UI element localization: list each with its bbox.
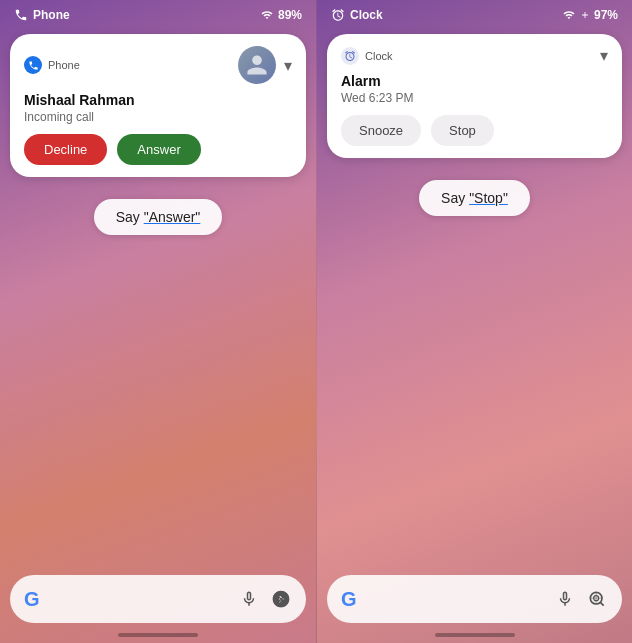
phone-status-icon	[14, 8, 28, 22]
alarm-actions: Snooze Stop	[341, 115, 608, 146]
decline-button[interactable]: Decline	[24, 134, 107, 165]
avatar-placeholder	[238, 46, 276, 84]
lens-icon-left[interactable]	[270, 588, 292, 610]
call-actions: Decline Answer	[24, 134, 292, 165]
caller-name: Mishaal Rahman	[24, 92, 292, 108]
clock-app-name: Clock	[350, 8, 383, 22]
voice-prompt-stop: Say "Stop"	[419, 180, 530, 216]
notif-header-right: ▾	[238, 46, 292, 84]
alarm-notif-header: Clock ▾	[341, 46, 608, 65]
stop-button[interactable]: Stop	[431, 115, 494, 146]
clock-search-bar[interactable]: G	[327, 575, 622, 623]
phone-app-name: Phone	[33, 8, 70, 22]
clock-screen: Clock 97% Clock ▾	[316, 0, 632, 643]
mic-icon-left[interactable]	[238, 588, 260, 610]
svg-line-4	[600, 602, 603, 605]
alarm-chevron-down-icon[interactable]: ▾	[600, 46, 608, 65]
phone-app-icon	[24, 56, 42, 74]
alarm-notif-app-name: Clock	[365, 50, 393, 62]
caller-avatar	[238, 46, 276, 84]
phone-status-bar: Phone 89%	[0, 0, 316, 28]
clock-status-bar: Clock 97%	[317, 0, 632, 28]
lens-icon-right[interactable]	[586, 588, 608, 610]
voice-prompt-text: "Answer"	[144, 209, 201, 225]
snooze-button[interactable]: Snooze	[341, 115, 421, 146]
plus-icon	[580, 10, 590, 20]
alarm-notif-header-left: Clock	[341, 47, 393, 65]
alarm-app-icon	[341, 47, 359, 65]
voice-prompt-answer: Say "Answer"	[94, 199, 223, 235]
clock-status-left: Clock	[331, 8, 383, 22]
clock-status-right: 97%	[562, 8, 618, 22]
answer-button[interactable]: Answer	[117, 134, 200, 165]
call-status: Incoming call	[24, 110, 292, 124]
home-indicator-left	[118, 633, 198, 637]
phone-notif-app-name: Phone	[48, 59, 80, 71]
phone-search-bar[interactable]: G	[10, 575, 306, 623]
wifi-icon	[260, 9, 274, 21]
notif-header-left: Phone	[24, 56, 80, 74]
chevron-down-icon[interactable]: ▾	[284, 56, 292, 75]
alarm-notif-header-right: ▾	[600, 46, 608, 65]
battery-percent-right: 97%	[594, 8, 618, 22]
phone-status-right: 89%	[260, 8, 302, 22]
alarm-notification-card: Clock ▾ Alarm Wed 6:23 PM Snooze Stop	[327, 34, 622, 158]
wifi-icon-right	[562, 9, 576, 21]
alarm-subtitle: Wed 6:23 PM	[341, 91, 608, 105]
google-logo-right: G	[341, 588, 357, 611]
battery-percent-left: 89%	[278, 8, 302, 22]
alarm-status-icon	[331, 8, 345, 22]
google-logo-left: G	[24, 588, 40, 611]
mic-icon-right[interactable]	[554, 588, 576, 610]
notif-header: Phone ▾	[24, 46, 292, 84]
phone-notification-card: Phone ▾ Mishaal Rahman Incoming call Dec…	[10, 34, 306, 177]
home-indicator-right	[435, 633, 515, 637]
phone-status-left: Phone	[14, 8, 70, 22]
voice-prompt-stop-text: "Stop"	[469, 190, 508, 206]
phone-screen: Phone 89% Phone	[0, 0, 316, 643]
alarm-title: Alarm	[341, 73, 608, 89]
